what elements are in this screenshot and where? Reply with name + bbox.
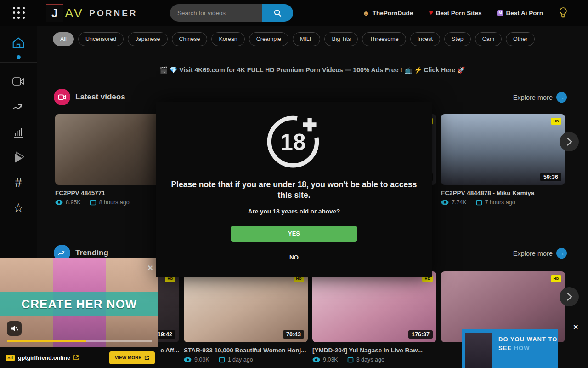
sidebar-item-favorites[interactable]: ☆: [11, 201, 26, 215]
ad-domain-link[interactable]: gptgirlfriend.online: [18, 355, 70, 361]
logo-j: J: [46, 4, 63, 22]
age-warning-text: Please note that if you are under 18, yo…: [170, 179, 418, 201]
banner-ad[interactable]: DO YOU WANT TO SEE HOW: [462, 329, 558, 368]
chip-chinese[interactable]: Chinese: [172, 32, 208, 46]
no-button[interactable]: NO: [287, 253, 301, 261]
video-camera-icon: [12, 76, 25, 87]
logo-av: AV: [65, 6, 84, 21]
views-eye-icon: [312, 357, 320, 362]
video-title[interactable]: [YMDD-204] Yui Nagase In Live Raw...: [312, 347, 436, 354]
latest-scroll-next-button[interactable]: [560, 132, 579, 151]
views-count: 7.74K: [452, 199, 467, 206]
search-button[interactable]: [262, 4, 293, 22]
link-best-ai-porn[interactable]: M Best Ai Porn: [497, 10, 543, 17]
chevron-right-icon: [566, 292, 572, 301]
ad-label-badge: Ad: [6, 355, 15, 361]
chip-milf[interactable]: MILF: [293, 32, 320, 46]
chip-korean[interactable]: Korean: [211, 32, 244, 46]
video-title[interactable]: FC2PPV 4844878 - Miku Kamiya: [441, 190, 565, 196]
sidebar-item-stats[interactable]: [11, 125, 26, 139]
calendar-icon: [347, 356, 354, 363]
yes-button[interactable]: YES: [231, 226, 357, 242]
ad-close-button[interactable]: ×: [147, 263, 153, 272]
header-links: ☻ ThePornDude ♥ Best Porn Sites M Best A…: [362, 0, 568, 26]
arrow-right-icon: →: [556, 248, 567, 259]
18-plus-icon: 18: [266, 112, 322, 169]
category-chips: All Uncensored Japanese Chinese Korean C…: [53, 32, 535, 46]
arrow-right-icon: →: [556, 92, 567, 103]
sidebar-item-videos[interactable]: [11, 74, 26, 89]
calendar-icon: [476, 199, 482, 206]
video-thumbnail[interactable]: HD 70:43: [184, 271, 308, 342]
chip-creampie[interactable]: Creampie: [249, 32, 288, 46]
latest-videos-header: Latest videos: [54, 89, 125, 105]
video-camera-icon: [58, 94, 66, 101]
sidebar-item-trending[interactable]: [11, 100, 26, 115]
promo-banner-link[interactable]: 🎬 💎 Visit 4K69.com for 4K FULL HD Premiu…: [37, 66, 588, 74]
lightbulb-icon: [559, 7, 568, 19]
video-thumbnail[interactable]: HD 59:36: [441, 114, 565, 185]
ad-view-more-button[interactable]: VIEW MORE: [109, 351, 155, 364]
sidebar-item-play[interactable]: [11, 150, 26, 165]
chip-big-tits[interactable]: Big Tits: [324, 32, 358, 46]
chip-incest[interactable]: Incest: [410, 32, 440, 46]
chip-other[interactable]: Other: [506, 32, 535, 46]
hd-badge: HD: [551, 118, 561, 125]
svg-text:18: 18: [280, 129, 305, 155]
chip-cam[interactable]: Cam: [475, 32, 502, 46]
hd-badge: HD: [551, 275, 561, 282]
porndude-icon: ☻: [362, 9, 370, 17]
search-bar: [170, 4, 293, 22]
logo-name: PORNER: [89, 8, 137, 18]
chip-threesome[interactable]: Threesome: [362, 32, 406, 46]
bar-chart-icon: [12, 126, 24, 138]
video-meta: 9.03K 1 day ago: [184, 356, 308, 363]
ad-close-button[interactable]: ×: [573, 323, 578, 331]
search-icon: [273, 9, 282, 17]
video-meta: 9.03K 3 days ago: [312, 356, 436, 363]
calendar-icon: [219, 356, 225, 363]
chip-uncensored[interactable]: Uncensored: [78, 32, 124, 46]
mute-button[interactable]: [7, 321, 22, 336]
explore-more-trending[interactable]: Explore more →: [513, 248, 567, 259]
sidebar-item-tags[interactable]: #: [11, 175, 26, 190]
views-count: 9.03K: [194, 356, 209, 363]
external-link-icon: [144, 355, 149, 360]
video-card[interactable]: HD 59:36 FC2PPV 4844878 - Miku Kamiya 7.…: [441, 114, 565, 206]
site-logo[interactable]: J AV PORNER: [46, 4, 138, 22]
apps-grid-icon[interactable]: [13, 7, 25, 19]
section-title: Trending: [75, 248, 108, 258]
latest-videos-icon: [54, 89, 70, 105]
calendar-icon: [90, 199, 96, 206]
trending-scroll-next-button[interactable]: [560, 287, 579, 306]
video-card[interactable]: HD 176:37 [YMDD-204] Yui Nagase In Live …: [312, 271, 436, 363]
video-thumbnail[interactable]: HD 176:37: [312, 271, 436, 342]
chip-all[interactable]: All: [53, 32, 74, 46]
age-verification-modal: 18 Please note that if you are under 18,…: [156, 102, 432, 277]
video-title[interactable]: STAR-933 10,000 Beautiful Women Honj...: [184, 347, 308, 354]
theme-toggle-button[interactable]: [559, 7, 568, 19]
sidebar-item-home[interactable]: [11, 36, 26, 51]
video-card[interactable]: HD 70:43 STAR-933 10,000 Beautiful Women…: [184, 271, 308, 363]
trending-icon: [12, 103, 25, 112]
chip-step[interactable]: Step: [444, 32, 471, 46]
link-theporndude[interactable]: ☻ ThePornDude: [362, 9, 413, 17]
video-meta: 7.74K 7 hours ago: [441, 199, 565, 206]
views-count: 8.95K: [66, 199, 81, 206]
sidebar-divider: [0, 62, 37, 63]
home-active-dot: [17, 55, 21, 59]
age-question-text: Are you 18 years old or above?: [248, 208, 340, 215]
duration-badge: 176:37: [408, 330, 433, 339]
explore-more-latest[interactable]: Explore more →: [513, 92, 567, 103]
search-input[interactable]: [170, 4, 262, 22]
heart-icon: ♥: [429, 9, 433, 17]
chip-japanese[interactable]: Japanese: [128, 32, 167, 46]
link-best-porn-sites[interactable]: ♥ Best Porn Sites: [429, 9, 481, 17]
views-eye-icon: [184, 357, 192, 362]
external-link-icon: [73, 355, 79, 361]
video-age: 7 hours ago: [485, 199, 515, 206]
home-icon: [11, 36, 25, 50]
star-icon: ☆: [13, 202, 24, 214]
video-ad[interactable]: CREATE HER NOW × Ad gptgirlfriend.online…: [0, 258, 158, 368]
trending-icon: [58, 250, 66, 256]
